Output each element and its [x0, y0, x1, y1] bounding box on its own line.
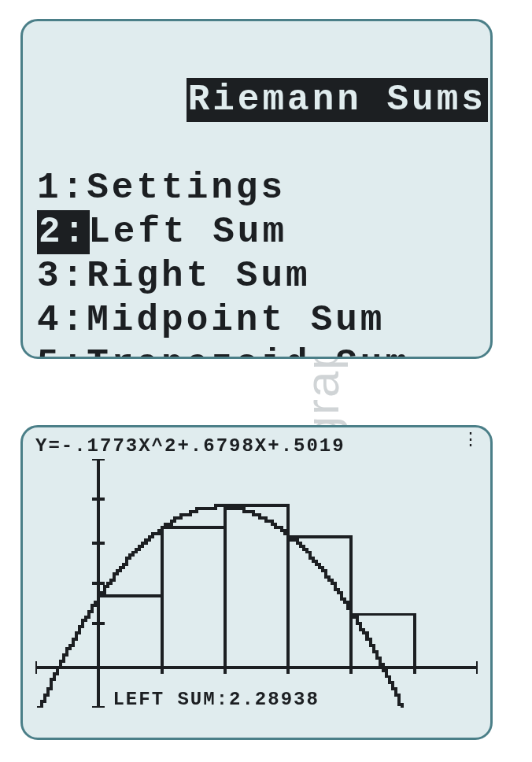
svg-rect-20	[288, 537, 351, 668]
menu-sep: :	[62, 254, 87, 298]
menu-item-label: Right Sum	[87, 254, 310, 298]
menu-sep: :	[62, 342, 87, 359]
menu-item-number: 3	[37, 254, 62, 298]
menu-item-number: 4	[37, 298, 62, 342]
busy-indicator-icon: ⋮	[462, 437, 479, 445]
graph-result: LEFT SUM:2.28938	[35, 668, 320, 731]
menu-item-label: Midpoint Sum	[87, 298, 385, 342]
calculator-menu-screen: Riemann Sums 1:Settings 2:Left Sum 3:Rig…	[20, 19, 493, 359]
menu-item-number: 1	[37, 166, 62, 210]
menu-item-midpoint-sum[interactable]: 4:Midpoint Sum	[37, 298, 476, 342]
svg-rect-18	[162, 527, 225, 668]
menu-item-left-sum[interactable]: 2:Left Sum	[37, 210, 476, 254]
graph-equation: Y=-.1773X^2+.6798X+.5019	[35, 435, 345, 457]
result-label: LEFT SUM:	[113, 689, 229, 710]
svg-rect-19	[225, 505, 288, 667]
menu-content: Riemann Sums 1:Settings 2:Left Sum 3:Rig…	[23, 21, 490, 359]
menu-item-number: 5	[37, 342, 62, 359]
graph-content: Y=-.1773X^2+.6798X+.5019 ⋮ LEFT SUM:2.28…	[32, 435, 481, 731]
calculator-graph-screen: Y=-.1773X^2+.6798X+.5019 ⋮ LEFT SUM:2.28…	[20, 425, 493, 740]
menu-title: Riemann Sums	[187, 78, 488, 122]
menu-sep: :	[62, 166, 87, 210]
menu-item-label: Left Sum	[88, 210, 287, 254]
menu-item-number-selected: 2:	[37, 210, 90, 254]
svg-rect-17	[98, 596, 161, 668]
menu-item-right-sum[interactable]: 3:Right Sum	[37, 254, 476, 298]
result-value: 2.28938	[229, 689, 320, 710]
menu-item-trapezoid-sum[interactable]: 5:Trapezoid Sum	[37, 342, 476, 359]
menu-item-label: Settings	[87, 166, 286, 210]
menu-item-settings[interactable]: 1:Settings	[37, 166, 476, 210]
menu-item-label: Trapezoid Sum	[87, 342, 410, 359]
menu-title-row: Riemann Sums	[37, 34, 476, 166]
menu-sep: :	[62, 298, 87, 342]
